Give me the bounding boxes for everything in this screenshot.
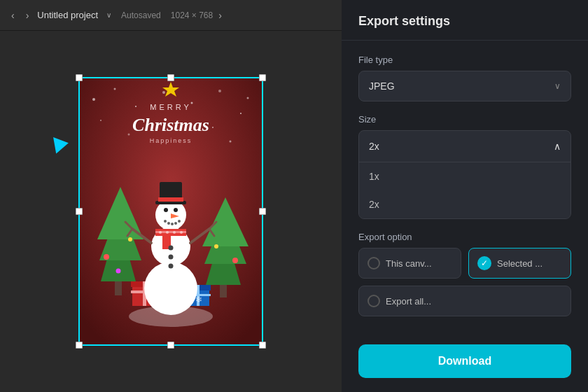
svg-point-12: [230, 141, 232, 143]
size-options-list: 1x 2x: [359, 162, 570, 218]
svg-point-52: [178, 220, 181, 223]
size-dropdown[interactable]: 2x ∧ 1x 2x: [358, 130, 571, 219]
resize-handle-bm[interactable]: [167, 342, 174, 349]
svg-point-57: [166, 231, 169, 234]
export-title: Export settings: [358, 14, 571, 29]
this-canvas-radio: [368, 257, 380, 270]
svg-point-3: [135, 106, 136, 107]
resize-handle-br[interactable]: [259, 342, 266, 349]
export-options: This canv... ✓ Selected ... Export all..…: [358, 248, 571, 316]
svg-point-50: [171, 223, 174, 225]
svg-point-48: [164, 220, 167, 223]
size-option-2x[interactable]: 2x: [359, 190, 570, 218]
svg-text:❄: ❄: [195, 295, 202, 304]
canvas-area: ‹ › Untitled project ∨ Autosaved 1024 × …: [0, 0, 342, 392]
file-type-dropdown[interactable]: JPEG ∨: [358, 71, 571, 102]
svg-point-7: [240, 113, 241, 114]
svg-point-1: [92, 98, 95, 101]
svg-point-10: [128, 134, 130, 136]
resize-handle-tm[interactable]: [167, 74, 174, 81]
file-type-value: JPEG: [369, 80, 395, 92]
file-type-section: File type JPEG ∨: [358, 55, 571, 102]
cursor-pointer: [53, 134, 70, 153]
resize-handle-tl[interactable]: [76, 74, 83, 81]
resize-handle-bl[interactable]: [76, 342, 83, 349]
svg-point-4: [162, 91, 165, 94]
workspace: MERRY Christmas Happiness: [0, 31, 342, 392]
export-options-row: This canv... ✓ Selected ...: [358, 248, 571, 279]
export-all-option[interactable]: Export all...: [358, 286, 571, 316]
export-body: File type JPEG ∨ Size 2x ∧ 1x 2x: [342, 41, 588, 333]
svg-point-11: [212, 127, 214, 128]
svg-rect-44: [158, 197, 183, 202]
svg-point-58: [173, 231, 176, 234]
card-illustration: MERRY Christmas Happiness: [80, 78, 262, 344]
forward-button[interactable]: ›: [23, 7, 32, 24]
svg-text:MERRY: MERRY: [150, 103, 192, 111]
svg-point-22: [128, 237, 132, 241]
top-bar: ‹ › Untitled project ∨ Autosaved 1024 × …: [0, 0, 342, 31]
export-all-label: Export all...: [386, 296, 431, 307]
this-canvas-option[interactable]: This canv...: [358, 248, 461, 279]
export-panel: Export settings File type JPEG ∨ Size 2x…: [342, 0, 588, 392]
export-option-section: Export option This canv... ✓ Selected ..…: [358, 232, 571, 316]
back-button[interactable]: ‹: [8, 7, 18, 24]
svg-point-8: [247, 97, 249, 99]
project-title-chevron: ∨: [106, 11, 111, 19]
svg-point-28: [232, 258, 238, 263]
svg-point-60: [169, 246, 174, 251]
selected-option[interactable]: ✓ Selected ...: [468, 248, 571, 279]
selected-check-icon: ✓: [477, 256, 491, 270]
file-type-chevron-icon: ∨: [554, 81, 561, 91]
file-type-label: File type: [358, 55, 571, 65]
topbar-arrow: ›: [218, 10, 222, 21]
resize-handle-ml[interactable]: [76, 208, 83, 215]
svg-point-2: [114, 88, 116, 90]
svg-text:Christmas: Christmas: [132, 115, 209, 135]
svg-point-9: [100, 120, 102, 121]
svg-point-56: [159, 231, 162, 234]
export-header: Export settings: [342, 0, 588, 41]
size-dropdown-header[interactable]: 2x ∧: [359, 131, 570, 162]
svg-point-51: [174, 222, 177, 225]
export-option-label: Export option: [358, 232, 571, 242]
canvas-image: MERRY Christmas Happiness: [80, 78, 262, 344]
resize-handle-tr[interactable]: [259, 74, 266, 81]
svg-point-62: [169, 264, 174, 269]
canvas-frame[interactable]: MERRY Christmas Happiness: [80, 78, 262, 344]
svg-point-49: [167, 222, 170, 225]
download-button[interactable]: Download: [358, 344, 571, 378]
project-title: Untitled project: [37, 10, 98, 20]
size-option-1x[interactable]: 1x: [359, 162, 570, 190]
svg-text:Happiness: Happiness: [150, 137, 192, 144]
svg-point-6: [218, 90, 221, 92]
svg-rect-20: [115, 281, 122, 295]
svg-point-21: [104, 254, 109, 260]
size-section: Size 2x ∧ 1x 2x: [358, 114, 571, 219]
this-canvas-label: This canv...: [386, 258, 432, 269]
dimensions-label: 1024 × 768: [171, 10, 213, 20]
svg-point-61: [169, 255, 174, 260]
svg-point-69: [129, 306, 213, 327]
svg-rect-27: [220, 285, 227, 298]
download-section: Download: [342, 333, 588, 392]
resize-handle-mr[interactable]: [259, 208, 266, 215]
svg-point-29: [214, 244, 218, 248]
selected-label: Selected ...: [497, 258, 542, 269]
svg-point-59: [180, 231, 183, 234]
svg-point-46: [174, 208, 178, 212]
svg-point-45: [164, 208, 168, 212]
autosaved-label: Autosaved: [121, 10, 161, 20]
size-chevron-icon: ∧: [554, 141, 561, 152]
export-all-radio: [368, 295, 380, 307]
size-current-value: 2x: [369, 141, 379, 152]
svg-point-23: [116, 269, 121, 274]
size-label: Size: [358, 114, 571, 125]
